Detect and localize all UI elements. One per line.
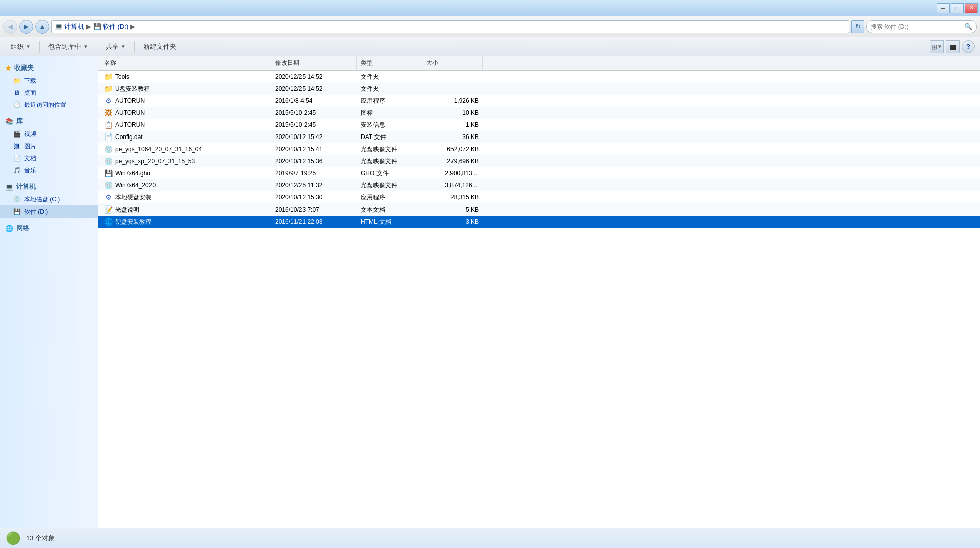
- sidebar-section-computer: 💻 计算机 💿 本地磁盘 (C:) 💾 软件 (D:): [0, 180, 98, 218]
- new-folder-button[interactable]: 新建文件夹: [138, 40, 182, 54]
- file-type-cell: DAT 文件: [357, 133, 422, 142]
- sidebar-item-videos[interactable]: 🎬 视频: [0, 128, 98, 140]
- sidebar-item-recent[interactable]: 🕐 最近访问的位置: [0, 99, 98, 111]
- file-area: 名称 修改日期 类型 大小 📁 Tools 2020/12/25 14:52 文…: [98, 56, 980, 528]
- table-row[interactable]: 📄 Config.dat 2020/10/12 15:42 DAT 文件 36 …: [98, 131, 980, 143]
- search-input[interactable]: [871, 23, 962, 30]
- file-type-icon: 💾: [104, 169, 112, 177]
- file-name-cell: 💿 Win7x64_2020: [100, 181, 271, 189]
- file-date-cell: 2020/10/12 15:30: [271, 194, 357, 201]
- col-header-size[interactable]: 大小: [422, 56, 483, 70]
- file-name-cell: 💿 pe_yqs_xp_20_07_31_15_53: [100, 157, 271, 165]
- sidebar-favorites-header[interactable]: ★ 收藏夹: [0, 61, 98, 75]
- file-type-cell: 光盘映像文件: [357, 157, 422, 166]
- table-row[interactable]: 📁 U盘安装教程 2020/12/25 14:52 文件夹: [98, 83, 980, 95]
- file-type-icon: 📋: [104, 121, 112, 129]
- search-icon[interactable]: 🔍: [964, 23, 972, 30]
- col-header-name[interactable]: 名称: [100, 56, 271, 70]
- pictures-icon: 🖼: [12, 142, 21, 151]
- computer-sidebar-icon: 💻: [5, 183, 13, 191]
- toolbar-separator: [39, 41, 40, 53]
- file-size-cell: 652,072 KB: [422, 146, 483, 153]
- views-dropdown-button[interactable]: ⊞ ▼: [930, 40, 944, 53]
- forward-button[interactable]: ▶: [19, 20, 33, 34]
- main-container: ★ 收藏夹 📁 下载 🖥 桌面 🕐 最近访问的位置 📚 库: [0, 56, 980, 528]
- sidebar-computer-header[interactable]: 💻 计算机: [0, 180, 98, 193]
- breadcrumb-computer[interactable]: 💻 计算机: [55, 22, 84, 31]
- file-date-cell: 2020/10/12 15:42: [271, 133, 357, 141]
- sidebar-item-music[interactable]: 🎵 音乐: [0, 164, 98, 176]
- file-name-cell: ⚙ 本地硬盘安装: [100, 193, 271, 202]
- file-date-cell: 2020/12/25 14:52: [271, 85, 357, 92]
- file-name-cell: 📁 Tools: [100, 73, 271, 81]
- sidebar-item-documents[interactable]: 📄 文档: [0, 152, 98, 164]
- library-icon: 📚: [5, 118, 13, 125]
- table-row[interactable]: ⚙ AUTORUN 2016/1/8 4:54 应用程序 1,926 KB: [98, 95, 980, 107]
- sidebar-item-drive-d[interactable]: 💾 软件 (D:): [0, 206, 98, 218]
- up-button[interactable]: ▲: [35, 20, 49, 34]
- file-date-cell: 2020/10/12 15:41: [271, 146, 357, 153]
- views-icon: ⊞: [931, 43, 937, 51]
- music-icon: 🎵: [12, 166, 21, 175]
- file-size-cell: 10 KB: [422, 109, 483, 116]
- videos-icon: 🎬: [12, 129, 21, 139]
- file-type-cell: 文本文档: [357, 206, 422, 214]
- statusbar-icon: 🟢: [5, 530, 21, 546]
- minimize-button[interactable]: ─: [937, 3, 950, 13]
- file-type-cell: 安装信息: [357, 121, 422, 129]
- preview-icon: ▦: [950, 43, 956, 51]
- file-date-cell: 2019/9/7 19:25: [271, 170, 357, 177]
- sidebar-section-library: 📚 库 🎬 视频 🖼 图片 📄 文档 🎵 音乐: [0, 115, 98, 176]
- file-name-cell: ⚙ AUTORUN: [100, 97, 271, 105]
- breadcrumb-drive[interactable]: 💾 软件 (D:): [93, 22, 128, 31]
- file-size-cell: 36 KB: [422, 133, 483, 141]
- file-type-icon: 💿: [104, 181, 112, 189]
- table-row[interactable]: 💿 Win7x64_2020 2020/12/25 11:32 光盘映像文件 3…: [98, 179, 980, 191]
- col-header-type[interactable]: 类型: [357, 56, 422, 70]
- network-icon: 🌐: [5, 225, 13, 232]
- statusbar: 🟢 13 个对象: [0, 528, 980, 548]
- star-icon: ★: [5, 64, 11, 72]
- sidebar-item-download[interactable]: 📁 下载: [0, 75, 98, 87]
- preview-button[interactable]: ▦: [946, 40, 960, 53]
- file-date-cell: 2015/5/10 2:45: [271, 109, 357, 116]
- table-row[interactable]: 📋 AUTORUN 2015/5/10 2:45 安装信息 1 KB: [98, 119, 980, 131]
- sidebar-item-desktop[interactable]: 🖥 桌面: [0, 87, 98, 99]
- back-button[interactable]: ◀: [3, 20, 17, 34]
- file-type-icon: 💿: [104, 157, 112, 165]
- refresh-button[interactable]: ↻: [851, 20, 864, 33]
- file-size-cell: 3,874,126 ...: [422, 182, 483, 189]
- file-date-cell: 2015/5/10 2:45: [271, 121, 357, 128]
- col-header-date[interactable]: 修改日期: [271, 56, 357, 70]
- file-name-cell: 📄 Config.dat: [100, 133, 271, 141]
- sidebar-item-drive-c[interactable]: 💿 本地磁盘 (C:): [0, 193, 98, 206]
- sidebar-item-pictures[interactable]: 🖼 图片: [0, 140, 98, 152]
- maximize-button[interactable]: □: [951, 3, 964, 13]
- file-list: 📁 Tools 2020/12/25 14:52 文件夹 📁 U盘安装教程 20…: [98, 71, 980, 528]
- table-row[interactable]: 💾 Win7x64.gho 2019/9/7 19:25 GHO 文件 2,90…: [98, 167, 980, 179]
- share-button[interactable]: 共享 ▼: [100, 40, 131, 54]
- file-type-icon: 📁: [104, 73, 112, 81]
- close-button[interactable]: ✕: [965, 3, 978, 13]
- organize-button[interactable]: 组织 ▼: [5, 40, 36, 54]
- table-row[interactable]: 💿 pe_yqs_xp_20_07_31_15_53 2020/10/12 15…: [98, 155, 980, 167]
- file-name-cell: 🌐 硬盘安装教程: [100, 218, 271, 226]
- file-type-cell: 图标: [357, 109, 422, 117]
- table-row[interactable]: 🖼 AUTORUN 2015/5/10 2:45 图标 10 KB: [98, 107, 980, 119]
- file-name-cell: 📋 AUTORUN: [100, 121, 271, 129]
- help-button[interactable]: ?: [962, 40, 975, 53]
- include-library-button[interactable]: 包含到库中 ▼: [43, 40, 94, 54]
- file-type-cell: 文件夹: [357, 85, 422, 93]
- sidebar-network-header[interactable]: 🌐 网络: [0, 222, 98, 235]
- table-row[interactable]: 🌐 硬盘安装教程 2016/11/21 22:03 HTML 文档 3 KB: [98, 216, 980, 228]
- table-row[interactable]: 📁 Tools 2020/12/25 14:52 文件夹: [98, 71, 980, 83]
- table-row[interactable]: 💿 pe_yqs_1064_20_07_31_16_04 2020/10/12 …: [98, 143, 980, 155]
- table-row[interactable]: 📝 光盘说明 2016/10/23 7:07 文本文档 5 KB: [98, 203, 980, 216]
- sidebar-library-header[interactable]: 📚 库: [0, 115, 98, 128]
- sidebar-section-network: 🌐 网络: [0, 222, 98, 235]
- file-type-cell: 光盘映像文件: [357, 181, 422, 190]
- breadcrumb: 💻 计算机 ▶ 💾 软件 (D:) ▶: [51, 20, 849, 33]
- file-type-cell: 应用程序: [357, 193, 422, 202]
- file-type-icon: 📁: [104, 85, 112, 93]
- table-row[interactable]: ⚙ 本地硬盘安装 2020/10/12 15:30 应用程序 28,315 KB: [98, 191, 980, 203]
